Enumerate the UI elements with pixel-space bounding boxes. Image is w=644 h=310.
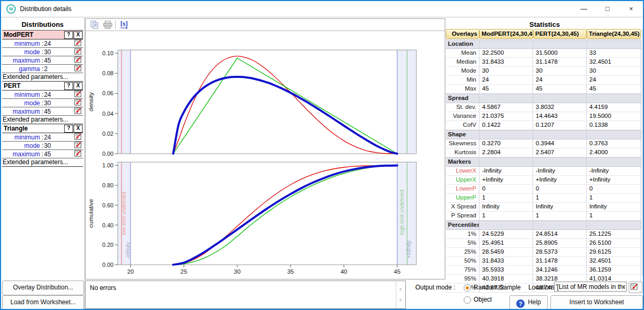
distribution-plots[interactable]: 0.000.020.040.060.080.10density0.000.200… xyxy=(86,31,445,279)
stats-row-percentiles: Percentiles xyxy=(446,221,641,230)
stats-row-label: P Spread xyxy=(446,212,479,220)
stats-value: 25.1225 xyxy=(587,230,641,238)
scroll-down-icon[interactable]: ∨ xyxy=(396,296,405,304)
close-icon[interactable]: X xyxy=(74,31,83,39)
stats-value: 24 xyxy=(533,76,587,84)
param-value[interactable]: 45 xyxy=(44,151,74,158)
stats-row-location: Location xyxy=(446,39,641,49)
help-icon[interactable]: ? xyxy=(64,125,73,133)
stats-value: 0.1207 xyxy=(533,121,587,129)
error-scrollbar[interactable]: ∧ ∨ xyxy=(396,281,405,308)
limit-label: +infinity xyxy=(406,241,412,258)
cell-reference-icon[interactable] xyxy=(74,107,83,116)
stats-row-label: LowerP xyxy=(446,185,479,193)
stats-value xyxy=(479,131,533,139)
radio-random-sample[interactable] xyxy=(464,284,471,292)
range-picker-button[interactable]: . xyxy=(629,282,642,293)
limit-band xyxy=(118,50,130,154)
radio-object[interactable] xyxy=(464,296,471,304)
stats-value: 32.4501 xyxy=(587,58,641,66)
stats-value: 45 xyxy=(533,85,587,93)
svg-text:0.02: 0.02 xyxy=(103,131,114,137)
extended-parameters-link[interactable]: Extended parameters... xyxy=(2,158,83,167)
y-axis-label: density xyxy=(88,92,94,112)
cell-reference-icon[interactable] xyxy=(74,133,83,142)
close-icon[interactable]: X xyxy=(74,125,83,133)
copy-icon[interactable] xyxy=(90,21,99,31)
limit-label: -infinity xyxy=(125,242,131,259)
stats-value: 2.4000 xyxy=(587,148,641,157)
param-row-mode[interactable]: mode :30 xyxy=(2,142,83,150)
stats-row-upperp: UpperP111 xyxy=(446,194,641,203)
svg-text:0.20: 0.20 xyxy=(103,242,114,248)
print-icon[interactable] xyxy=(103,21,113,31)
cell-reference-icon[interactable] xyxy=(74,39,83,48)
stats-value xyxy=(479,158,533,166)
param-value[interactable]: 30 xyxy=(44,99,74,107)
param-value[interactable]: 24 xyxy=(44,91,74,98)
help-icon[interactable]: ? xyxy=(64,31,73,39)
minimize-button[interactable]: — xyxy=(572,1,596,16)
param-row-maximum[interactable]: maximum :45 xyxy=(2,107,83,116)
stats-value: 30 xyxy=(587,67,641,75)
cell-reference-icon[interactable] xyxy=(74,56,83,65)
x-axis-scale-icon[interactable]: [x] xyxy=(120,20,128,29)
insert-to-worksheet-button[interactable]: Insert to Worksheet xyxy=(550,295,643,309)
param-value[interactable]: 2 xyxy=(44,65,74,73)
help-button[interactable]: ?Help xyxy=(509,295,548,309)
distribution-header-pert[interactable]: PERT?X xyxy=(2,82,83,91)
location-input[interactable] xyxy=(554,282,627,292)
param-row-gamma[interactable]: gamma :2 xyxy=(2,65,83,73)
scroll-up-icon[interactable]: ∧ xyxy=(396,285,405,294)
stats-row-shape: Shape xyxy=(446,130,641,139)
close-button[interactable]: × xyxy=(619,1,643,16)
cell-reference-icon[interactable] xyxy=(74,150,83,158)
close-icon[interactable]: X xyxy=(74,82,83,90)
svg-text:0.60: 0.60 xyxy=(103,202,114,208)
param-value[interactable]: 45 xyxy=(44,57,74,64)
stats-value: 0.3270 xyxy=(479,139,533,148)
stats-value: 0.3944 xyxy=(533,139,587,148)
param-value[interactable]: 45 xyxy=(44,108,74,115)
stats-value: 21.0375 xyxy=(479,112,533,121)
statistics-scrollbar[interactable] xyxy=(642,29,644,276)
distribution-header-triangle[interactable]: Triangle?X xyxy=(2,124,83,133)
stats-row-label: Min xyxy=(446,76,479,84)
extended-parameters-link[interactable]: Extended parameters... xyxy=(2,73,83,82)
param-row-maximum[interactable]: maximum :45 xyxy=(2,150,83,158)
param-value[interactable]: 30 xyxy=(44,142,74,149)
cell-reference-icon[interactable] xyxy=(74,142,83,150)
maximize-button[interactable]: □ xyxy=(596,1,619,16)
stats-row-label: Markers xyxy=(446,158,479,166)
param-value[interactable]: 24 xyxy=(44,134,74,141)
radio-random-sample-label[interactable]: Random Sample xyxy=(474,284,520,291)
stats-value xyxy=(587,40,641,48)
param-row-minimum[interactable]: minimum :24 xyxy=(2,39,83,48)
stats-value: 24 xyxy=(587,76,641,84)
radio-object-label[interactable]: Object xyxy=(474,296,492,303)
param-row-mode[interactable]: mode :30 xyxy=(2,48,83,56)
distribution-header-modpert[interactable]: ModPERT?X xyxy=(2,31,83,39)
help-icon[interactable]: ? xyxy=(64,82,73,90)
series-ModPERT(24,30,45) xyxy=(173,165,397,265)
cell-reference-icon[interactable] xyxy=(74,99,83,107)
param-row-mode[interactable]: mode :30 xyxy=(2,99,83,107)
cell-reference-icon[interactable] xyxy=(74,48,83,56)
stats-row-pspread: P Spread111 xyxy=(446,212,641,221)
cell-reference-icon[interactable] xyxy=(74,91,83,99)
param-row-maximum[interactable]: maximum :45 xyxy=(2,56,83,65)
stats-row-label: Median xyxy=(446,58,479,66)
location-label: Location : xyxy=(528,284,556,291)
stats-value: 45 xyxy=(479,85,533,93)
load-from-worksheet-button[interactable]: Load from Worksheet... xyxy=(2,295,84,310)
cell-reference-icon[interactable] xyxy=(74,65,83,73)
overlay-distribution-button[interactable]: Overlay Distribution... xyxy=(2,281,84,295)
param-value[interactable]: 30 xyxy=(44,48,74,56)
param-row-minimum[interactable]: minimum :24 xyxy=(2,133,83,142)
extended-parameters-link[interactable]: Extended parameters... xyxy=(2,116,83,124)
param-value[interactable]: 24 xyxy=(44,40,74,47)
param-label: minimum xyxy=(2,134,40,141)
param-row-minimum[interactable]: minimum :24 xyxy=(2,91,83,99)
stats-value: +Infinity xyxy=(479,176,533,184)
stats-value: 24 xyxy=(479,76,533,84)
